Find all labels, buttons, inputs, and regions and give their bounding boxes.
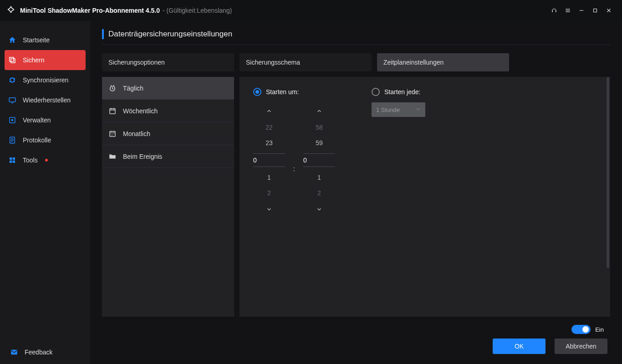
maximize-button[interactable] — [588, 4, 602, 17]
minutes-up-button[interactable] — [303, 104, 335, 118]
app-logo-icon — [6, 6, 15, 15]
minutes-down-button[interactable] — [303, 202, 335, 216]
page-title-row: Datenträgersicherungseinstellungen — [102, 29, 610, 45]
sync-icon — [8, 76, 16, 84]
sidebar-item-label: Synchronisieren — [23, 76, 68, 84]
frequency-item-daily[interactable]: Täglich — [102, 77, 234, 100]
interval-select[interactable]: 1 Stunde — [372, 102, 425, 117]
cancel-button[interactable]: Abbrechen — [555, 339, 607, 354]
frequency-item-monthly[interactable]: Monatlich — [102, 122, 234, 145]
sidebar-item-logs[interactable]: Protokolle — [0, 130, 90, 150]
mail-icon — [10, 348, 18, 356]
frequency-item-weekly[interactable]: Wöchentlich — [102, 100, 234, 122]
schedule-toggle[interactable] — [571, 325, 591, 334]
radio-icon — [253, 88, 261, 96]
time-colon: : — [293, 165, 295, 172]
feedback-button[interactable]: Feedback — [0, 340, 90, 364]
hours-value[interactable]: 2 — [267, 188, 271, 198]
minutes-value[interactable]: 58 — [316, 122, 323, 132]
radio-start-at[interactable]: Starten um: — [253, 88, 335, 96]
app-title: MiniTool ShadowMaker Pro-Abonnement 4.5.… — [20, 7, 160, 14]
sidebar-item-label: Tools — [23, 157, 38, 164]
svg-rect-2 — [10, 57, 14, 61]
hours-selected[interactable]: 0 — [253, 153, 285, 167]
sidebar-item-sync[interactable]: Synchronisieren — [0, 70, 90, 90]
settings-tabs: Sicherungsoptionen Sicherungsschema Zeit… — [102, 53, 610, 71]
svg-rect-8 — [10, 157, 12, 160]
time-picker: 22 23 0 1 2 — [253, 104, 335, 216]
restore-icon — [8, 96, 16, 104]
hours-value[interactable]: 22 — [265, 122, 273, 132]
notification-dot-icon — [45, 159, 48, 162]
home-icon — [8, 36, 16, 44]
tab-backup-scheme[interactable]: Sicherungsschema — [240, 53, 372, 71]
sidebar-item-label: Sichern — [23, 56, 44, 64]
scrollbar[interactable] — [607, 77, 609, 268]
svg-rect-3 — [11, 59, 15, 63]
svg-rect-14 — [110, 108, 115, 113]
hours-down-button[interactable] — [253, 202, 285, 216]
close-button[interactable] — [602, 4, 616, 17]
svg-rect-4 — [9, 98, 15, 102]
tab-label: Sicherungsschema — [246, 59, 300, 66]
svg-rect-11 — [13, 161, 15, 163]
ok-button[interactable]: OK — [493, 339, 546, 354]
page-title: Datenträgersicherungseinstellungen — [108, 30, 232, 39]
headphone-icon[interactable] — [547, 4, 561, 17]
footer-buttons: OK Abbrechen — [102, 336, 610, 356]
tools-icon — [8, 156, 16, 164]
svg-point-6 — [11, 119, 14, 121]
tab-backup-options[interactable]: Sicherungsoptionen — [102, 53, 234, 71]
hours-value[interactable]: 23 — [265, 138, 273, 148]
tab-label: Zeitplaneinstellungen — [383, 59, 444, 66]
minutes-value[interactable]: 59 — [316, 138, 323, 148]
schedule-settings-pane: Starten um: 22 23 0 1 — [240, 77, 610, 317]
sidebar-item-label: Wiederherstellen — [23, 96, 71, 104]
hours-value[interactable]: 1 — [267, 172, 271, 182]
main-content: Datenträgersicherungseinstellungen Siche… — [90, 21, 622, 364]
titlebar: MiniTool ShadowMaker Pro-Abonnement 4.5.… — [0, 0, 622, 21]
sidebar-item-label: Startseite — [23, 36, 50, 44]
frequency-item-on-event[interactable]: Beim Ereignis — [102, 145, 234, 168]
sidebar-item-manage[interactable]: Verwalten — [0, 110, 90, 130]
minutes-value[interactable]: 1 — [317, 172, 321, 182]
sidebar-item-restore[interactable]: Wiederherstellen — [0, 90, 90, 110]
manage-icon — [8, 116, 16, 124]
feedback-label: Feedback — [25, 349, 52, 356]
radio-start-every[interactable]: Starten jede: — [372, 88, 425, 96]
sidebar-item-label: Verwalten — [23, 116, 51, 124]
tab-schedule-settings[interactable]: Zeitplaneinstellungen — [377, 53, 509, 71]
sidebar: Startseite Sichern Synchronisieren Wiede… — [0, 21, 90, 364]
sidebar-item-backup[interactable]: Sichern — [5, 50, 86, 70]
svg-rect-9 — [13, 157, 15, 160]
folder-icon — [108, 152, 117, 161]
radio-label: Starten jede: — [384, 88, 420, 96]
frequency-label: Beim Ereignis — [123, 153, 162, 160]
minutes-value[interactable]: 2 — [317, 188, 321, 198]
backup-icon — [8, 56, 16, 64]
frequency-list: Täglich Wöchentlich Monatlich Beim Ereig… — [102, 77, 234, 317]
sidebar-item-label: Protokolle — [23, 136, 51, 144]
tab-label: Sicherungsoptionen — [108, 59, 165, 66]
sidebar-item-tools[interactable]: Tools — [0, 150, 90, 170]
footer: Ein — [102, 317, 610, 336]
minutes-selected[interactable]: 0 — [303, 153, 335, 167]
interval-value: 1 Stunde — [376, 106, 400, 113]
minutes-spinner: 58 59 0 1 2 — [303, 104, 335, 216]
hours-up-button[interactable] — [253, 104, 285, 118]
toggle-label: Ein — [595, 326, 604, 333]
clock-icon — [108, 84, 117, 92]
button-label: Abbrechen — [566, 343, 597, 350]
svg-rect-0 — [580, 10, 583, 10]
sidebar-item-home[interactable]: Startseite — [0, 30, 90, 50]
calendar-week-icon — [108, 107, 117, 115]
svg-rect-1 — [594, 9, 597, 12]
frequency-label: Monatlich — [123, 130, 150, 137]
minimize-button[interactable] — [575, 4, 588, 17]
radio-icon — [372, 88, 380, 96]
menu-icon[interactable] — [561, 4, 575, 17]
button-label: OK — [515, 343, 524, 350]
frequency-label: Wöchentlich — [123, 107, 158, 115]
chevron-down-icon — [415, 106, 421, 113]
svg-rect-10 — [10, 161, 12, 163]
